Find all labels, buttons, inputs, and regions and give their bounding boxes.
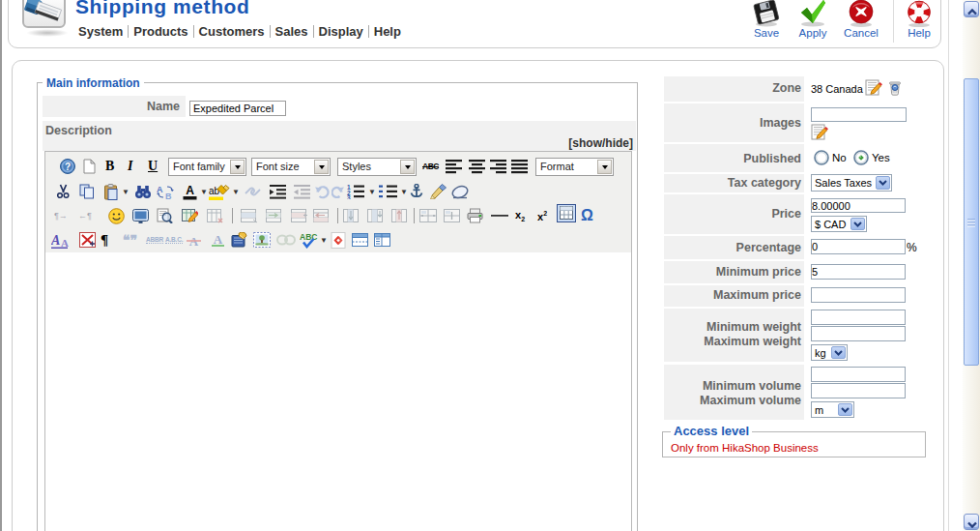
svg-text:ABC: ABC [300,232,317,242]
svg-text:ab: ab [209,186,220,196]
svg-text:B: B [165,192,172,199]
svg-text:←¶: ←¶ [78,211,92,221]
svg-text:A: A [214,232,223,247]
svg-text:3: 3 [347,194,351,200]
svg-text:A: A [157,185,163,194]
svg-text:?: ? [65,162,71,172]
svg-text:A: A [61,237,69,249]
svg-text:A: A [51,233,60,248]
svg-text:¶→: ¶→ [54,211,68,221]
svg-text:A: A [186,184,194,197]
